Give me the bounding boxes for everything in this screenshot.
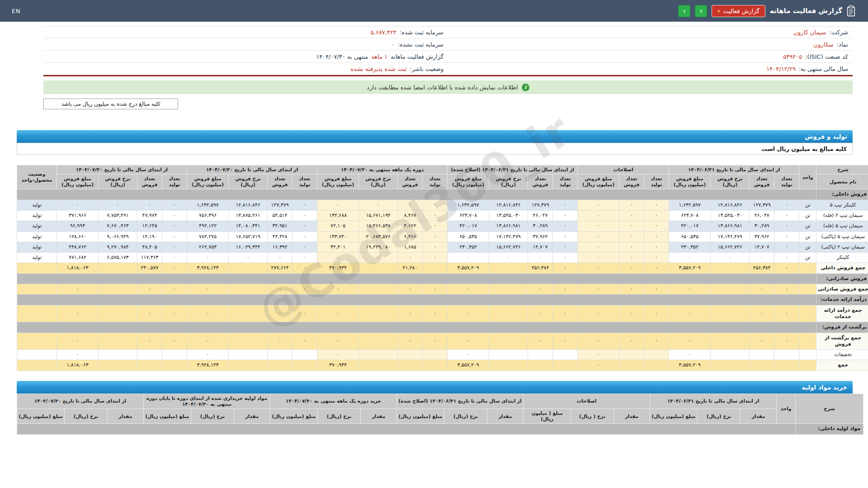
value-cell (553, 350, 578, 360)
value-cell: ۱۲۷,۳۷۹ (268, 200, 292, 210)
value-cell: ۳۷۱,۹۶۶ (57, 210, 99, 221)
report-type-label: گزارش فعالیت (723, 8, 759, 14)
language-toggle-en[interactable]: EN (12, 8, 20, 14)
value-cell: ۷۲,۱۰۵ (317, 221, 359, 231)
value-cell: ۰ (644, 221, 669, 231)
value-cell: ۰ (317, 350, 359, 360)
value-cell: ۲۶۲,۷۵۳ (187, 242, 229, 252)
value-cell: ۱۳,۸۶۶,۹۸۱ (711, 221, 750, 231)
value-cell: ۱۳,۸۶۶,۹۸۱ (489, 221, 528, 231)
column-header: نرخ (ریال) (191, 408, 234, 423)
report-document-icon[interactable] (847, 5, 856, 17)
column-header: مبلغ (میلیون ریال) (17, 408, 65, 423)
value-cell: ۱۴,۰۸۰,۳۴۱ (229, 221, 268, 231)
column-header: مقدار (234, 408, 270, 423)
status-cell (17, 360, 57, 371)
value-cell: ۱۲,۸۱۶,۸۴۶ (489, 200, 528, 210)
column-header: نرخ (ریال) (65, 408, 108, 423)
status-cell: تولید (17, 210, 57, 221)
value-cell (359, 284, 398, 295)
value-cell: ۰ (137, 284, 162, 295)
value-cell: ۰ (774, 333, 799, 350)
section-row-label: برگشت از فروش: (816, 322, 868, 333)
info-row-publisher-status: وضعیت ناشر: ثبت شده پذیرفته نشده (43, 63, 448, 75)
page-title: گزارش فعالیت ماهانه (770, 7, 842, 15)
value-cell: ۳,۵۵۷,۲۰۹ (448, 360, 489, 371)
value-cell: ۰ (292, 333, 317, 350)
value-cell: ۳,۹۲۸,۱۴۳ (187, 263, 229, 273)
product-name-cell: کلینکر (816, 253, 868, 263)
value-cell: ۰ (292, 242, 317, 252)
section-row-label: فروش صادراتی: (816, 273, 868, 284)
amounts-unit-note-box: کلیه مبالغ درج شده به میلیون ریال می باش… (43, 99, 178, 109)
previous-report-button[interactable]: ‹ (678, 5, 690, 17)
period-group-header: از ابتدای سال مالی تا تاریخ ۱۴۰۴/۰۶/۳۱ (… (448, 165, 578, 174)
value-cell: ۰ (578, 333, 619, 350)
value-cell: ۱۲۸,۶۶۰ (57, 231, 99, 242)
value-cell: ۷,۶۷۰,۴۶۳ (99, 221, 137, 231)
amounts-note: کلیه مبالغ به میلیون ریال است (17, 143, 853, 155)
value-cell (137, 360, 162, 371)
value-cell: ۰ (619, 305, 644, 322)
value-cell: ۶۲۳,۷۰۸ (669, 210, 711, 221)
value-cell: ۱۱۷,۳۶۳ (137, 253, 162, 263)
value-cell: ۰ (774, 221, 799, 231)
value-cell: ۰ (578, 253, 619, 263)
topbar-actions: ‹ › گزارش فعالیت ▾ گزارش فعالیت ماهانه (678, 5, 856, 17)
value-cell: ۴۷,۹۷۴ (137, 210, 162, 221)
info-label: شرکت: (830, 29, 848, 36)
column-header: نرخ فروش (ریال) (359, 174, 398, 189)
period-group-header: از ابتدای سال مالی تا تاریخ ۱۴۰۴/۰۷/۳۰ (187, 165, 317, 174)
value-cell: ۰ (774, 210, 799, 221)
value-cell: ۳۰,۲۸۹ (528, 221, 553, 231)
value-cell: ۰ (644, 231, 669, 242)
value-cell (229, 305, 268, 322)
value-cell: ۱۶,۳۹۲ (268, 242, 292, 252)
spacer (17, 155, 853, 165)
column-header: مبلغ (میلیون ریال) (144, 408, 191, 423)
column-header: نرخ فروش (ریال) (489, 174, 528, 189)
value-cell (99, 333, 137, 350)
table-row: جمع برگشت از فروش۰۰۰۰۰۰۰۰۰۰۰۰۰۰۰۰۰۰ (17, 333, 868, 350)
section-row-filler (17, 189, 816, 200)
value-cell: ۲۳۰,۳۵۲ (448, 242, 489, 252)
value-cell (99, 350, 137, 360)
value-cell: ۰ (99, 200, 137, 210)
value-cell: ۰ (162, 200, 187, 210)
report-type-dropdown-button[interactable]: گزارش فعالیت ▾ (712, 5, 765, 17)
table-row: سیمان تیپ ۵ (پاکتی)تن۰۳۷,۹۶۲۱۷,۱۳۶,۴۷۹۶۵… (17, 231, 868, 242)
value-cell (398, 360, 423, 371)
value-cell (528, 350, 553, 360)
desc-column-header: شرح (816, 165, 868, 174)
column-header: مبلغ فروش (میلیون ریال) (578, 174, 619, 189)
value-cell: ۰ (578, 305, 619, 322)
value-cell: ۰ (448, 305, 489, 322)
value-cell (644, 360, 669, 371)
value-cell: ۷۷۱,۶۸۲ (57, 253, 99, 263)
value-cell: ۲۱,۲۸۰ (398, 263, 423, 273)
value-cell: ۰ (448, 350, 489, 360)
value-cell: ۱۴,۱۹۰ (137, 231, 162, 242)
value-cell: ۱۵,۶۶۲,۷۴۶ (711, 242, 750, 252)
value-cell: ۳۷۰,۹۳۴ (317, 263, 359, 273)
value-cell: ۰ (359, 200, 398, 210)
period-group-header: از ابتدای سال مالی تا تاریخ ۱۴۰۴/۰۶/۳۱ (… (397, 394, 524, 408)
value-cell (292, 350, 317, 360)
value-cell (292, 360, 317, 371)
value-cell: ۱,۶۳۲,۵۹۷ (448, 200, 489, 210)
next-report-button[interactable]: › (695, 5, 707, 17)
value-cell: ۱۳,۵۴۵,۰۳۰ (489, 210, 528, 221)
company-info-left-column: سرمایه ثبت شده: ۵,۶۸۷,۴۲۴ سرمایه ثبت نشد… (43, 26, 448, 75)
value-cell: ۲۷۷,۶۶۴ (268, 263, 292, 273)
value-cell: ۱,۶۳۲,۵۹۷ (669, 200, 711, 210)
value-cell: ۰ (553, 305, 578, 322)
value-cell (162, 350, 187, 360)
value-cell: ۰ (57, 305, 99, 322)
value-cell: ۰ (553, 221, 578, 231)
period-group-header: اصلاحات (578, 165, 669, 174)
value-cell (489, 350, 528, 360)
value-cell: ۳,۵۵۷,۲۰۹ (669, 360, 711, 371)
info-row-registered-capital: سرمایه ثبت شده: ۵,۶۸۷,۴۲۴ (43, 26, 448, 38)
value-cell: ۰ (750, 284, 774, 295)
value-cell: ۳۲,۴۰۱ (317, 242, 359, 252)
